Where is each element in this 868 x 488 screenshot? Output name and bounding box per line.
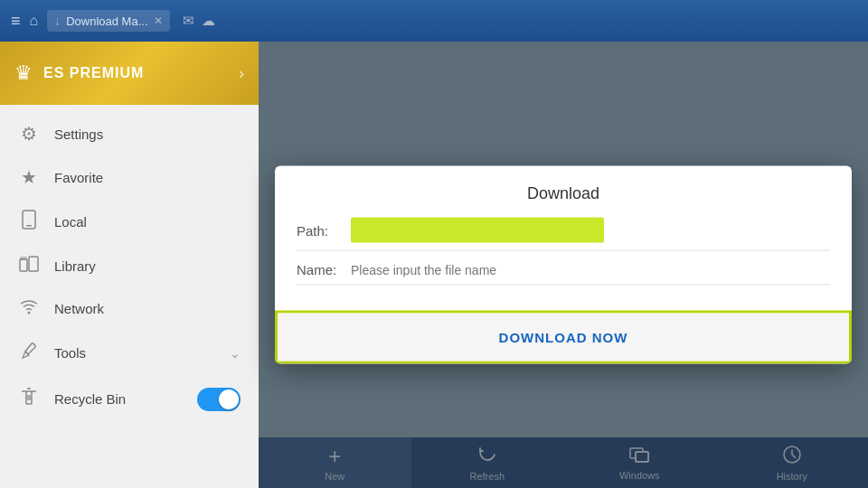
cloud-icon[interactable]: ☁ bbox=[202, 13, 215, 29]
sidebar-label-favorite: Favorite bbox=[54, 170, 103, 185]
svg-point-5 bbox=[28, 312, 31, 314]
menu-icon[interactable]: ≡ bbox=[11, 12, 21, 31]
sidebar-item-tools[interactable]: Tools ⌄ bbox=[0, 330, 259, 376]
path-label: Path: bbox=[297, 222, 351, 238]
recycle-bin-icon bbox=[18, 387, 40, 411]
sidebar-item-library[interactable]: Library bbox=[0, 245, 259, 287]
es-premium-label: ES PREMIUM bbox=[43, 65, 228, 81]
name-field: Name: bbox=[297, 262, 830, 286]
top-bar: ≡ ⌂ ↓ Download Ma... ✕ ✉ ☁ bbox=[0, 0, 868, 42]
name-input[interactable] bbox=[351, 262, 830, 277]
favorite-icon: ★ bbox=[18, 166, 40, 188]
sidebar: ♛ ES PREMIUM › ⚙ Settings ★ Favorite bbox=[0, 42, 259, 488]
tab-close-icon[interactable]: ✕ bbox=[154, 14, 163, 27]
sidebar-items: ⚙ Settings ★ Favorite Local bbox=[0, 105, 259, 488]
settings-icon: ⚙ bbox=[18, 123, 40, 145]
path-value[interactable] bbox=[351, 218, 604, 243]
local-icon bbox=[18, 210, 40, 234]
crown-icon: ♛ bbox=[14, 61, 33, 85]
content-area: Download Path: Name: DOWNLOAD NOW + New bbox=[259, 42, 868, 488]
sidebar-item-settings[interactable]: ⚙ Settings bbox=[0, 112, 259, 155]
sidebar-label-recycle-bin: Recycle Bin bbox=[54, 391, 183, 407]
es-premium-banner[interactable]: ♛ ES PREMIUM › bbox=[0, 42, 259, 105]
download-dialog: Download Path: Name: DOWNLOAD NOW bbox=[275, 166, 852, 364]
sidebar-label-settings: Settings bbox=[54, 127, 103, 142]
svg-rect-4 bbox=[29, 257, 38, 271]
download-now-button[interactable]: DOWNLOAD NOW bbox=[278, 314, 849, 361]
top-bar-extra-icons: ✉ ☁ bbox=[183, 13, 215, 29]
tools-icon bbox=[18, 341, 40, 365]
sidebar-label-tools: Tools bbox=[54, 345, 86, 361]
sidebar-label-local: Local bbox=[54, 214, 87, 230]
sidebar-item-local[interactable]: Local bbox=[0, 199, 259, 245]
sidebar-item-network[interactable]: Network bbox=[0, 287, 259, 330]
sidebar-item-recycle-bin[interactable]: Recycle Bin bbox=[0, 376, 259, 422]
main-layout: ♛ ES PREMIUM › ⚙ Settings ★ Favorite bbox=[0, 42, 868, 488]
es-premium-arrow-icon: › bbox=[239, 64, 244, 83]
svg-rect-1 bbox=[26, 225, 32, 227]
home-icon[interactable]: ⌂ bbox=[30, 13, 39, 29]
download-arrow-icon: ↓ bbox=[54, 14, 61, 28]
download-button-wrapper: DOWNLOAD NOW bbox=[275, 311, 852, 364]
network-icon bbox=[18, 298, 40, 319]
sidebar-label-library: Library bbox=[54, 258, 96, 274]
library-icon bbox=[18, 256, 40, 277]
svg-rect-2 bbox=[20, 259, 27, 271]
tools-expand-icon[interactable]: ⌄ bbox=[230, 346, 241, 361]
sidebar-label-network: Network bbox=[54, 301, 104, 316]
dialog-title: Download bbox=[275, 166, 852, 218]
name-label: Name: bbox=[297, 262, 351, 277]
tab-label: Download Ma... bbox=[66, 14, 147, 28]
sidebar-item-favorite[interactable]: ★ Favorite bbox=[0, 155, 259, 199]
recycle-bin-toggle[interactable] bbox=[197, 388, 241, 411]
mail-icon[interactable]: ✉ bbox=[183, 13, 194, 29]
dialog-body: Path: Name: bbox=[275, 218, 852, 311]
svg-rect-3 bbox=[20, 257, 27, 260]
download-tab[interactable]: ↓ Download Ma... ✕ bbox=[47, 10, 169, 32]
path-field: Path: bbox=[297, 218, 830, 251]
